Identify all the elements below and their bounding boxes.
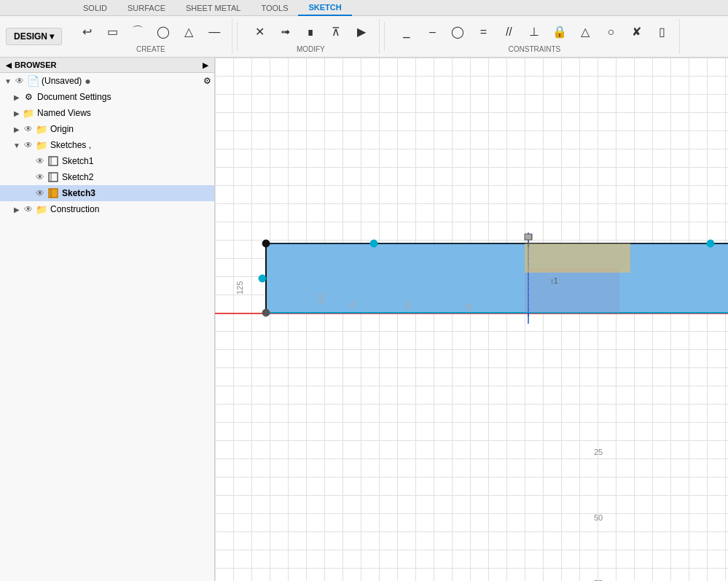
- svg-text:50: 50: [594, 513, 603, 522]
- browser-item-sketch2[interactable]: ▶ 👁 Sketch2: [0, 169, 214, 185]
- svg-text:50: 50: [404, 300, 412, 309]
- horizontal-constraint[interactable]: –: [420, 20, 444, 44]
- tab-solid[interactable]: SOLID: [73, 0, 117, 16]
- tab-surface[interactable]: SURFACE: [117, 0, 176, 16]
- create-label: CREATE: [136, 45, 165, 53]
- tab-sketch[interactable]: SKETCH: [298, 0, 351, 16]
- sketch3-label: Sketch3: [62, 188, 95, 198]
- browser-item-doc-settings[interactable]: ▶ ⚙ Document Settings: [0, 89, 214, 105]
- tab-tools[interactable]: TOOLS: [251, 0, 298, 16]
- svg-text:125: 125: [235, 281, 244, 295]
- sketch1-eye[interactable]: 👁: [34, 155, 47, 168]
- sketch3-eye[interactable]: 👁: [34, 187, 47, 200]
- construction-label: Construction: [50, 204, 99, 214]
- design-button[interactable]: DESIGN ▾: [6, 28, 62, 45]
- svg-text:75: 75: [350, 300, 358, 309]
- svg-text:↕1: ↕1: [550, 277, 558, 285]
- browser-title: BROWSER: [15, 61, 56, 69]
- vertical-constraint[interactable]: ⎯: [395, 20, 418, 44]
- browser-header: ◀ BROWSER ▶: [0, 58, 214, 73]
- record-dot: ●: [85, 75, 90, 87]
- sketches-arrow[interactable]: ▼: [12, 141, 22, 149]
- tab-sheet-metal[interactable]: SHEET METAL: [176, 0, 251, 16]
- lock-constraint[interactable]: 🔒: [548, 20, 571, 44]
- tangent-constraint[interactable]: ✘: [625, 20, 648, 44]
- constraints-label: CONSTRAINTS: [509, 45, 561, 53]
- named-views-icon: 📁: [22, 106, 35, 120]
- unsaved-eye[interactable]: 👁: [13, 74, 26, 87]
- browser-item-sketch3[interactable]: ▶ 👁 Sketch3: [0, 185, 214, 201]
- svg-point-19: [370, 240, 377, 247]
- construction-arrow[interactable]: ▶: [12, 206, 22, 214]
- move-tool[interactable]: ▶: [350, 20, 373, 44]
- arc-tool[interactable]: ⌒: [126, 20, 149, 44]
- svg-rect-12: [525, 243, 630, 273]
- trim-tool[interactable]: ✕: [248, 20, 271, 44]
- svg-text:↕: ↕: [530, 233, 533, 240]
- svg-rect-0: [49, 157, 58, 165]
- origin-eye[interactable]: 👁: [22, 122, 35, 136]
- svg-text:100: 100: [318, 293, 326, 305]
- sketch2-eye[interactable]: 👁: [34, 171, 47, 184]
- perpendicular-constraint[interactable]: ⊥: [522, 20, 546, 44]
- construction-icon: 📁: [35, 203, 48, 216]
- origin-icon: 📁: [35, 122, 48, 136]
- angle-constraint[interactable]: △: [574, 20, 597, 44]
- doc-settings-arrow[interactable]: ▶: [12, 93, 22, 101]
- browser-expand-icon[interactable]: ▶: [203, 61, 208, 69]
- offset-tool[interactable]: ∎: [299, 20, 322, 44]
- circle-constraint[interactable]: ◯: [446, 20, 469, 44]
- doc-settings-label: Document Settings: [37, 92, 111, 102]
- sketch3-icon: [47, 187, 60, 200]
- settings-gear[interactable]: ⚙: [203, 76, 211, 86]
- circle-tool[interactable]: ◯: [152, 20, 175, 44]
- sketch2-label: Sketch2: [62, 172, 93, 182]
- sketch1-icon: [47, 155, 60, 168]
- browser-item-origin[interactable]: ▶ 👁 📁 Origin: [0, 121, 214, 137]
- sketches-icon: 📁: [35, 139, 48, 152]
- rect-constraint[interactable]: ▯: [650, 20, 673, 44]
- extend-tool[interactable]: ➟: [273, 20, 297, 44]
- sketches-label: Sketches ,: [50, 140, 91, 150]
- sketch1-label: Sketch1: [62, 156, 93, 166]
- origin-label: Origin: [50, 124, 74, 134]
- browser-item-named-views[interactable]: ▶ 📁 Named Views: [0, 105, 214, 121]
- line-tool[interactable]: —: [203, 20, 226, 44]
- sketch-svg: 125 100 75 50 25 25 50 75 ↕ ↕1: [215, 58, 728, 581]
- svg-text:25: 25: [594, 448, 603, 456]
- browser-collapse-icon[interactable]: ◀: [6, 61, 12, 69]
- svg-rect-4: [49, 189, 58, 198]
- triangle-tool[interactable]: △: [177, 20, 200, 44]
- svg-point-21: [707, 240, 714, 247]
- browser-item-sketch1[interactable]: ▶ 👁 Sketch1: [0, 153, 214, 169]
- mirror-tool[interactable]: ⊼: [324, 20, 348, 44]
- svg-text:25: 25: [465, 303, 473, 311]
- sketches-eye[interactable]: 👁: [22, 139, 35, 152]
- circle2-constraint[interactable]: ○: [599, 20, 622, 44]
- doc-settings-gear: ⚙: [22, 90, 35, 104]
- parallel-constraint[interactable]: //: [497, 20, 520, 44]
- construction-eye[interactable]: 👁: [22, 203, 35, 216]
- browser-item-unsaved[interactable]: ▼ 👁 📄 (Unsaved) ● ⚙: [0, 73, 214, 89]
- rect-tool[interactable]: ▭: [101, 20, 124, 44]
- unsaved-icon: 📄: [26, 74, 39, 87]
- modify-label: MODIFY: [297, 45, 325, 53]
- svg-point-16: [262, 240, 270, 247]
- undo-arc-tool[interactable]: ↩: [75, 20, 98, 44]
- svg-point-18: [262, 309, 270, 316]
- svg-rect-2: [49, 173, 58, 182]
- svg-rect-11: [525, 268, 619, 313]
- unsaved-arrow[interactable]: ▼: [3, 77, 13, 85]
- unsaved-label: (Unsaved): [42, 76, 82, 86]
- browser-item-construction[interactable]: ▶ 👁 📁 Construction: [0, 201, 214, 217]
- named-views-arrow[interactable]: ▶: [12, 109, 22, 117]
- viewport[interactable]: 125 100 75 50 25 25 50 75 ↕ ↕1: [215, 58, 728, 581]
- svg-point-20: [259, 275, 266, 282]
- browser-item-sketches[interactable]: ▼ 👁 📁 Sketches ,: [0, 137, 214, 153]
- origin-arrow[interactable]: ▶: [12, 125, 22, 133]
- named-views-label: Named Views: [37, 108, 91, 118]
- sketch2-icon: [47, 171, 60, 184]
- equals-constraint[interactable]: =: [471, 20, 495, 44]
